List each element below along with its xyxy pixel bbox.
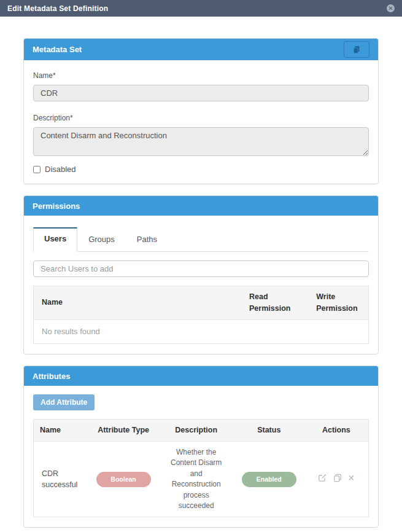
copy-icon[interactable] [333,474,342,482]
attribute-name: CDR successful [34,442,88,517]
status-badge: Enabled [242,472,296,487]
metadata-set-header: Metadata Set [24,39,378,60]
attributes-card: Attributes Add Attribute Name Attribute … [23,366,379,528]
disabled-checkbox[interactable] [33,166,41,173]
modal-title: Edit Metadata Set Definition [7,4,108,13]
permissions-tabs: Users Groups Paths [33,227,369,252]
close-icon[interactable]: ✕ [387,4,395,12]
attribute-description: Whether the Content Disarm and Reconstru… [159,442,234,517]
column-header-description: Description [159,420,234,442]
tab-paths[interactable]: Paths [126,227,168,252]
column-header-actions: Actions [304,420,369,442]
description-label: Description* [33,114,369,122]
modal-body: Metadata Set Name* Description* Content … [0,17,402,532]
permissions-title: Permissions [33,201,80,211]
column-header-name: Name [34,420,88,442]
permissions-table: Name Read Permission Write Permission No… [33,286,369,344]
attributes-title: Attributes [33,372,70,381]
attributes-header: Attributes [24,366,378,386]
column-header-attribute-type: Attribute Type [88,420,159,442]
attribute-type-badge: Boolean [96,472,151,487]
empty-row: No results found [34,319,369,344]
metadata-set-title: Metadata Set [33,45,82,54]
add-attribute-button[interactable]: Add Attribute [33,394,95,410]
row-actions: ✕ [318,473,355,482]
name-field[interactable] [33,85,369,101]
name-label: Name* [33,71,369,80]
column-header-read-permission: Read Permission [241,286,308,320]
permissions-header: Permissions [24,196,378,216]
table-row: CDR successful Boolean Whether the Conte… [34,442,369,517]
metadata-set-card: Metadata Set Name* Description* Content … [23,38,379,184]
edit-icon[interactable] [318,473,327,482]
search-users-input[interactable] [33,260,369,277]
copy-metadata-set-button[interactable] [344,41,369,58]
description-field[interactable]: Content Disarm and Reconstruction [33,127,369,156]
modal-titlebar: Edit Metadata Set Definition ✕ [0,0,402,17]
column-header-status: Status [234,420,304,442]
no-results-text: No results found [34,319,369,344]
column-header-write-permission: Write Permission [308,286,368,320]
attributes-table: Name Attribute Type Description Status A… [33,419,369,517]
permissions-card: Permissions Users Groups Paths Name Read… [23,195,379,354]
column-header-name: Name [34,286,242,320]
tab-users[interactable]: Users [33,227,77,252]
copy-icon [352,45,361,54]
delete-icon[interactable]: ✕ [348,474,355,482]
disabled-label: Disabled [45,165,76,174]
tab-groups[interactable]: Groups [77,227,126,252]
disabled-checkbox-row: Disabled [33,165,369,174]
